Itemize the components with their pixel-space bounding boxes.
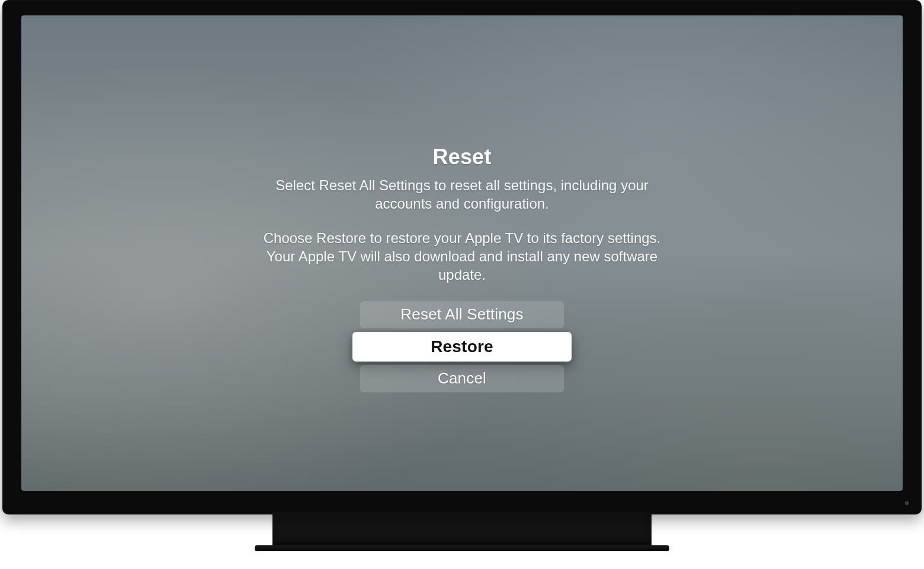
dialog-subtitle-1: Select Reset All Settings to reset all s… bbox=[249, 177, 675, 213]
stage: Reset Select Reset All Settings to reset… bbox=[0, 0, 924, 569]
tv-stand-base bbox=[255, 545, 669, 551]
dialog-title: Reset bbox=[237, 145, 687, 170]
power-led-icon bbox=[905, 501, 909, 505]
cancel-button[interactable]: Cancel bbox=[360, 365, 564, 392]
tv-stand-neck bbox=[272, 512, 652, 546]
dialog-options: Reset All Settings Restore Cancel bbox=[237, 301, 687, 392]
screen: Reset Select Reset All Settings to reset… bbox=[21, 15, 903, 491]
restore-button[interactable]: Restore bbox=[352, 332, 572, 362]
reset-dialog: Reset Select Reset All Settings to reset… bbox=[237, 145, 687, 392]
reset-all-settings-button[interactable]: Reset All Settings bbox=[360, 301, 564, 328]
tv-stand bbox=[255, 512, 669, 569]
tv-frame: Reset Select Reset All Settings to reset… bbox=[2, 0, 922, 514]
dialog-subtitle-2: Choose Restore to restore your Apple TV … bbox=[249, 229, 675, 284]
